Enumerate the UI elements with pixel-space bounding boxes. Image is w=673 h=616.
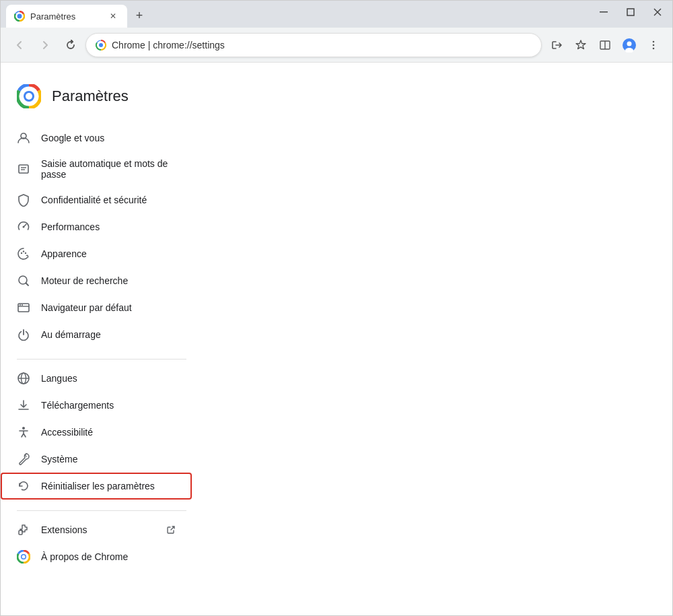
nav-divider-1 bbox=[17, 359, 186, 360]
svg-point-27 bbox=[25, 252, 26, 254]
gauge-icon bbox=[17, 220, 30, 234]
sidebar-label-performances: Performances bbox=[41, 221, 176, 232]
sidebar-item-privacy[interactable]: Confidentialité et sécurité bbox=[1, 186, 192, 213]
sidebar-label-reset: Réinitialiser les paramètres bbox=[41, 481, 176, 491]
svg-point-13 bbox=[653, 40, 655, 42]
sidebar-item-browser[interactable]: Navigateur par défaut bbox=[1, 294, 192, 321]
sidebar-item-google[interactable]: Google et vous bbox=[1, 125, 192, 151]
share-button[interactable] bbox=[546, 34, 567, 56]
active-tab[interactable]: Paramètres ✕ bbox=[6, 5, 127, 28]
chrome-logo-icon bbox=[17, 84, 41, 108]
svg-point-24 bbox=[23, 226, 25, 228]
power-icon bbox=[17, 328, 30, 341]
external-link-icon bbox=[166, 525, 176, 535]
sidebar-label-browser: Navigateur par défaut bbox=[41, 302, 176, 313]
tab-favicon-icon bbox=[14, 11, 25, 22]
svg-point-1 bbox=[17, 14, 22, 19]
svg-point-26 bbox=[23, 250, 24, 252]
content-area: Paramètres Google et vous bbox=[1, 63, 672, 615]
sidebar-item-reset[interactable]: Réinitialiser les paramètres bbox=[1, 473, 192, 500]
address-content: Chrome | chrome://settings bbox=[112, 40, 225, 50]
browser-icon bbox=[17, 301, 30, 314]
bookmark-button[interactable] bbox=[570, 34, 592, 56]
svg-point-15 bbox=[653, 47, 655, 49]
tab-title: Paramètres bbox=[30, 11, 75, 22]
page-title: Paramètres bbox=[52, 88, 129, 105]
svg-point-11 bbox=[627, 41, 632, 46]
reset-icon bbox=[17, 479, 30, 493]
svg-rect-20 bbox=[19, 165, 28, 173]
nav-section-extra: Extensions bbox=[1, 516, 203, 576]
svg-rect-40 bbox=[19, 531, 22, 535]
page-title-area: Paramètres bbox=[1, 76, 203, 125]
close-button-icon bbox=[653, 8, 662, 16]
sidebar-item-startup[interactable]: Au démarrage bbox=[1, 321, 192, 348]
sidebar-label-extensions: Extensions bbox=[41, 524, 155, 535]
back-icon bbox=[13, 39, 26, 51]
sidebar-item-accessibility[interactable]: Accessibilité bbox=[1, 419, 192, 446]
maximize-button-icon bbox=[627, 8, 635, 16]
svg-point-14 bbox=[653, 44, 655, 46]
nav-section-main: Google et vous Saisie automatique et mot… bbox=[1, 125, 203, 353]
nav-divider-2 bbox=[17, 510, 186, 511]
new-tab-button[interactable]: + bbox=[130, 6, 149, 25]
profile-button[interactable] bbox=[618, 34, 640, 56]
svg-point-43 bbox=[22, 555, 26, 559]
wrench-icon bbox=[17, 452, 30, 466]
svg-point-38 bbox=[22, 427, 25, 430]
sidebar-item-system[interactable]: Système bbox=[1, 446, 192, 473]
svg-point-18 bbox=[26, 93, 32, 100]
sidebar-label-languages: Langues bbox=[41, 373, 176, 384]
forward-icon bbox=[39, 39, 51, 51]
puzzle-icon bbox=[17, 523, 30, 537]
nav-section-advanced: Langues Téléchargements bbox=[1, 365, 203, 505]
navbar: Chrome | chrome://settings bbox=[1, 28, 672, 63]
autofill-icon bbox=[17, 162, 30, 176]
sidebar-item-search[interactable]: Moteur de recherche bbox=[1, 267, 192, 294]
sidebar-item-appearance[interactable]: Apparence bbox=[1, 240, 192, 267]
sidebar-label-downloads: Téléchargements bbox=[41, 400, 176, 411]
accessibility-icon bbox=[17, 425, 30, 439]
sidebar-item-extensions[interactable]: Extensions bbox=[1, 516, 192, 543]
back-button[interactable] bbox=[9, 34, 30, 56]
share-icon bbox=[551, 39, 563, 51]
svg-point-7 bbox=[99, 43, 103, 47]
address-bar[interactable]: Chrome | chrome://settings bbox=[85, 33, 542, 57]
chrome-settings-icon bbox=[96, 40, 106, 50]
reload-button[interactable] bbox=[60, 34, 81, 56]
globe-icon bbox=[17, 372, 30, 385]
tab-close-button[interactable]: ✕ bbox=[107, 10, 119, 22]
split-view-icon bbox=[599, 39, 611, 51]
main-panel bbox=[203, 63, 672, 615]
sidebar-item-performances[interactable]: Performances bbox=[1, 213, 192, 240]
svg-point-33 bbox=[22, 304, 23, 306]
reload-icon bbox=[65, 39, 77, 51]
sidebar-item-downloads[interactable]: Téléchargements bbox=[1, 392, 192, 419]
download-icon bbox=[17, 399, 30, 412]
palette-icon bbox=[17, 247, 30, 261]
sidebar-label-system: Système bbox=[41, 454, 176, 465]
svg-point-32 bbox=[20, 304, 21, 306]
svg-point-25 bbox=[21, 252, 22, 254]
bookmark-icon bbox=[575, 39, 587, 51]
titlebar: Paramètres ✕ + bbox=[1, 1, 672, 28]
sidebar-item-about[interactable]: À propos de Chrome bbox=[1, 543, 192, 570]
search-icon bbox=[17, 274, 30, 287]
forward-button[interactable] bbox=[34, 34, 56, 56]
sidebar-label-privacy: Confidentialité et sécurité bbox=[41, 195, 176, 205]
menu-button[interactable] bbox=[643, 34, 664, 56]
menu-icon bbox=[647, 39, 660, 51]
browser-window: Paramètres ✕ + bbox=[0, 0, 673, 616]
svg-line-29 bbox=[26, 283, 29, 286]
sidebar-label-search: Moteur de recherche bbox=[41, 275, 176, 286]
tab-area: Paramètres ✕ + bbox=[1, 1, 149, 28]
sidebar-item-languages[interactable]: Langues bbox=[1, 365, 192, 392]
sidebar-label-google: Google et vous bbox=[41, 133, 176, 143]
split-view-button[interactable] bbox=[594, 34, 616, 56]
sidebar: Paramètres Google et vous bbox=[1, 63, 203, 615]
sidebar-item-autofill[interactable]: Saisie automatique et mots de passe bbox=[1, 151, 192, 186]
sidebar-label-autofill: Saisie automatique et mots de passe bbox=[41, 158, 176, 180]
profile-icon bbox=[622, 38, 637, 53]
minimize-button-icon bbox=[600, 8, 608, 16]
svg-rect-3 bbox=[627, 9, 634, 15]
